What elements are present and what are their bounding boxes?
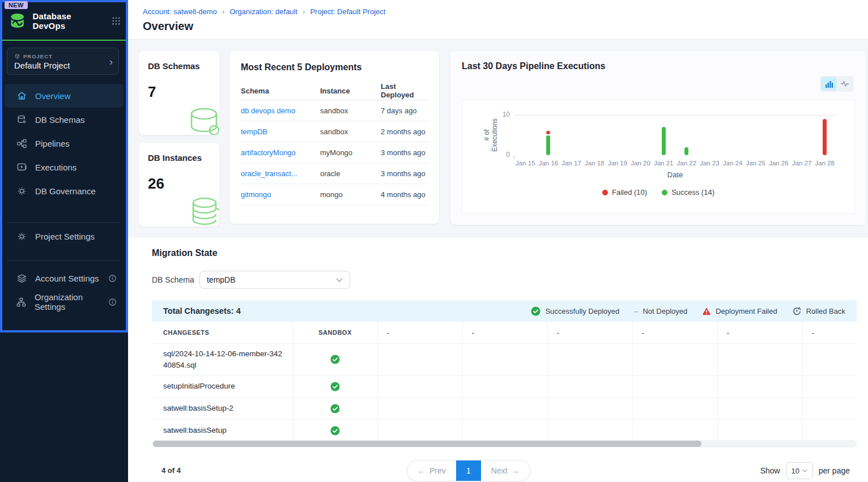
empty-status-cell bbox=[463, 420, 548, 441]
sidebar-divider bbox=[7, 260, 120, 261]
bar-success-jan-22[interactable] bbox=[684, 147, 688, 155]
x-tick-label: Jan 17 bbox=[559, 160, 584, 167]
page-title: Overview bbox=[143, 20, 193, 33]
y-axis-label: # of Executions bbox=[478, 115, 503, 155]
status-legend-item: Successfully Deployed bbox=[531, 306, 619, 316]
pager: ← Prev 1 Next → bbox=[407, 460, 530, 481]
success-check-icon[interactable] bbox=[330, 426, 340, 436]
sidebar-item-account-settings[interactable]: Account Settings bbox=[5, 266, 124, 290]
last-deployed-cell: 2 months ago bbox=[381, 127, 428, 136]
schema-link[interactable]: oracle_transact... bbox=[241, 169, 320, 178]
success-check-icon[interactable] bbox=[330, 382, 340, 391]
bar-failed-jan-28[interactable] bbox=[823, 119, 827, 155]
sidebar-item-label: Organization Settings bbox=[35, 292, 100, 312]
instance-cell: mongo bbox=[320, 190, 381, 199]
empty-status-cell bbox=[718, 376, 803, 397]
sidebar-item-organization-settings[interactable]: Organization Settings bbox=[5, 290, 124, 314]
sidebar-item-pipelines[interactable]: Pipelines bbox=[5, 131, 124, 155]
x-tick-label: Jan 21 bbox=[651, 160, 676, 167]
chevron-down-icon bbox=[336, 278, 343, 282]
x-tick-label: Jan 26 bbox=[766, 160, 791, 167]
home-icon bbox=[16, 91, 27, 101]
info-icon[interactable] bbox=[108, 274, 117, 283]
db-schemas-stat-card: DB Schemas 7 bbox=[139, 51, 219, 135]
gridline bbox=[514, 115, 836, 116]
legend-item[interactable]: Failed (10) bbox=[602, 188, 647, 197]
bar-success-jan-16[interactable] bbox=[546, 135, 550, 156]
empty-status-cell bbox=[803, 398, 857, 419]
x-tick-label: Jan 23 bbox=[697, 160, 722, 167]
changeset-row: sql/2024-10-14-12-06-member-34240854.sql bbox=[152, 344, 857, 376]
x-axis-title: Date bbox=[514, 170, 836, 179]
migration-title: Migration State bbox=[152, 248, 218, 258]
changeset-name-cell: setupInitialProcedure bbox=[152, 376, 293, 397]
changeset-name: satwell:basisSetup bbox=[163, 425, 227, 436]
legend-item[interactable]: Success (14) bbox=[662, 188, 714, 197]
prev-page-button[interactable]: ← Prev bbox=[407, 460, 456, 481]
y-tick-label: 10 bbox=[495, 110, 510, 118]
apps-grid-icon[interactable] bbox=[111, 16, 121, 26]
schema-link[interactable]: tempDB bbox=[241, 127, 320, 136]
breadcrumb-link[interactable]: Organization: default bbox=[229, 7, 297, 16]
show-label: Show bbox=[760, 466, 780, 475]
x-tick-label: Jan 22 bbox=[674, 160, 699, 167]
changeset-name-cell: sql/2024-10-14-12-06-member-34240854.sql bbox=[152, 344, 293, 375]
changesets-body: sql/2024-10-14-12-06-member-34240854.sql… bbox=[152, 344, 857, 442]
rolled-back-icon bbox=[792, 306, 802, 316]
line-chart-toggle-icon[interactable] bbox=[837, 77, 853, 91]
scrollbar-thumb[interactable] bbox=[153, 441, 701, 447]
changeset-name: sql/2024-10-14-12-06-member-34240854.sql bbox=[163, 348, 283, 370]
app-name: Database DevOps bbox=[32, 11, 105, 31]
schema-link[interactable]: gitmongo bbox=[241, 190, 320, 199]
changesets-column-header: - bbox=[378, 322, 463, 343]
schema-link[interactable]: db devops demo bbox=[241, 106, 320, 115]
top-header: Account: satwell-demo›Organization: defa… bbox=[128, 0, 868, 40]
success-check-icon[interactable] bbox=[330, 355, 340, 364]
bar-success-jan-21[interactable] bbox=[662, 127, 666, 155]
success-check-icon[interactable] bbox=[330, 404, 340, 413]
info-icon[interactable] bbox=[108, 298, 117, 306]
page-size-select[interactable]: 10 bbox=[786, 462, 813, 479]
status-legend-item: –Not Deployed bbox=[634, 307, 687, 315]
db-schemas-icon bbox=[16, 114, 27, 125]
status-legend-label: Rolled Back bbox=[806, 307, 845, 315]
empty-status-cell bbox=[803, 376, 857, 397]
empty-status-cell bbox=[548, 376, 633, 397]
sidebar-item-db-governance[interactable]: DB Governance bbox=[5, 179, 124, 203]
stat-value: 7 bbox=[148, 83, 210, 101]
sidebar-item-executions[interactable]: Executions bbox=[5, 155, 124, 179]
changesets-column-header: CHANGESETS bbox=[152, 322, 293, 343]
changeset-row: satwell:basisSetup bbox=[152, 420, 857, 442]
breadcrumb-link[interactable]: Account: satwell-demo bbox=[143, 7, 217, 16]
schema-link[interactable]: artifactoryMongo bbox=[241, 148, 320, 157]
sidebar-item-db-schemas[interactable]: DB Schemas bbox=[5, 108, 124, 131]
x-tick-label: Jan 19 bbox=[605, 160, 630, 167]
empty-status-cell bbox=[718, 398, 803, 419]
horizontal-scrollbar[interactable] bbox=[152, 440, 857, 447]
sidebar-item-overview[interactable]: Overview bbox=[5, 84, 124, 108]
legend-label: Success (14) bbox=[671, 188, 714, 197]
deployments-table: SchemaInstanceLast Deployeddb devops dem… bbox=[241, 82, 428, 205]
project-selector[interactable]: PROJECT Default Project › bbox=[7, 48, 119, 75]
sidebar-item-project-settings[interactable]: Project Settings bbox=[5, 224, 124, 248]
next-page-button[interactable]: Next → bbox=[481, 460, 530, 481]
page-size-control: Show 10 per page bbox=[760, 462, 850, 479]
status-legend-item: Rolled Back bbox=[792, 306, 845, 316]
x-tick-label: Jan 24 bbox=[720, 160, 745, 167]
breadcrumb-link[interactable]: Project: Default Project bbox=[310, 7, 385, 16]
sidebar-item-label: Overview bbox=[35, 91, 71, 101]
executions-icon bbox=[16, 162, 27, 173]
app-logo-database-icon bbox=[8, 11, 27, 31]
page-1-button[interactable]: 1 bbox=[456, 460, 481, 481]
db-schema-select[interactable]: tempDB bbox=[199, 271, 350, 289]
deployment-row: db devops demosandbox7 days ago bbox=[241, 100, 428, 121]
new-badge: NEW bbox=[5, 1, 28, 9]
legend-label: Failed (10) bbox=[612, 188, 647, 197]
bar-chart-toggle-icon[interactable] bbox=[821, 77, 837, 91]
bar-failed-jan-16[interactable] bbox=[546, 131, 550, 134]
chevron-right-icon: › bbox=[109, 57, 113, 67]
empty-status-cell bbox=[633, 344, 718, 375]
empty-status-cell bbox=[633, 376, 718, 397]
legend-dot bbox=[602, 190, 608, 195]
changesets-header-row: CHANGESETSSANDBOX------ bbox=[152, 322, 857, 344]
